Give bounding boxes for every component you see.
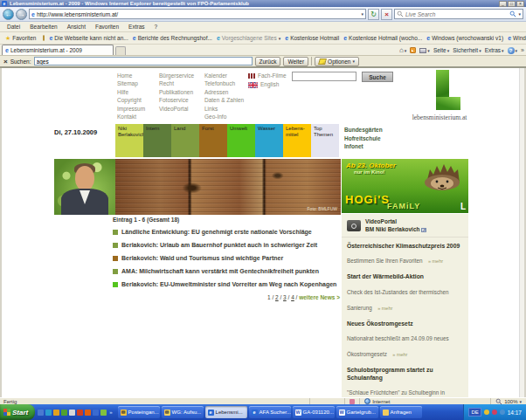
minimize-button[interactable]: _ xyxy=(499,1,507,7)
favorite-link-2[interactable]: eBerichte des Rechnungshof... xyxy=(133,35,212,41)
safety-menu-button[interactable]: Sicherheit▾ xyxy=(453,47,481,53)
task-word-ga[interactable]: WGA-031120... xyxy=(293,406,335,418)
nav-sitemap[interactable]: Sitemap xyxy=(117,79,145,87)
menu-bearbeiten[interactable]: Bearbeiten xyxy=(30,24,57,30)
teaser-waermebild[interactable]: Start der Wärmebild-Aktion Check des Ist… xyxy=(347,273,463,313)
favorite-link-1[interactable]: eDie Webseite kann nicht an... xyxy=(49,35,128,41)
videoportal-block[interactable]: VideoPortal BM Niki Berlakovich ↗ xyxy=(342,214,468,238)
news-item[interactable]: Berlakovich: EU-Umweltminister sind Vorr… xyxy=(113,281,340,289)
favorite-link-suggested-sites[interactable]: eVorgeschlagene Sites▾ xyxy=(217,35,280,41)
page-link-4[interactable]: 4 xyxy=(291,294,294,300)
search-options-icon[interactable]: ▾ xyxy=(518,11,521,17)
menu-favoriten[interactable]: Favoriten xyxy=(95,24,119,30)
task-ie-afa[interactable]: eAFA Sucher... xyxy=(249,406,291,418)
nav-buergerservice[interactable]: Bürgerservice xyxy=(159,72,194,79)
teaser-schulobstprogramm[interactable]: Schulobstprogramm startet zu Schulanfang… xyxy=(347,367,463,397)
tab-wasser[interactable]: Wasser xyxy=(255,124,283,157)
search-go-icon[interactable] xyxy=(509,10,516,17)
find-close-icon[interactable]: × xyxy=(3,58,8,65)
maximize-button[interactable]: □ xyxy=(508,1,516,7)
feed-icon[interactable] xyxy=(410,47,416,53)
tray-icon[interactable] xyxy=(492,410,497,415)
menu-ansicht[interactable]: Ansicht xyxy=(67,24,86,30)
link-infonet[interactable]: Infonet xyxy=(344,142,383,151)
tab-intern[interactable]: Intern xyxy=(143,124,171,157)
close-button[interactable]: × xyxy=(516,1,524,7)
news-item[interactable]: AMA: Milchwirtschaft kann verstärkt mit … xyxy=(113,268,340,276)
lebensministerium-logo[interactable] xyxy=(436,70,460,110)
nav-kalender[interactable]: Kalender xyxy=(204,72,244,79)
quick-launch-overflow-icon[interactable]: » xyxy=(109,410,112,415)
quick-launch-icon[interactable] xyxy=(38,410,44,416)
nav-impressum[interactable]: Impressum xyxy=(117,105,145,113)
scrollbar[interactable] xyxy=(519,68,524,397)
teaser-oekostromgesetz[interactable]: Neues Ökostromgesetz Nationalrat beschli… xyxy=(347,320,463,360)
link-bundesgaerten[interactable]: Bundesgärten xyxy=(344,126,383,134)
page-link-3[interactable]: 3 xyxy=(283,294,287,300)
mehr-link[interactable]: » mehr xyxy=(377,306,392,311)
nav-recht[interactable]: Recht xyxy=(159,79,194,87)
tab-forst[interactable]: Forst xyxy=(199,124,227,157)
task-word-gartelgrub[interactable]: WGartelgrub... xyxy=(336,406,378,418)
tools-menu-button[interactable]: Extras▾ xyxy=(485,47,504,53)
teaser-klimaschutzpreis[interactable]: Österreichischer Klimaschutzpreis 2009 B… xyxy=(347,243,463,266)
find-options-button[interactable]: Optionen ▾ xyxy=(315,57,359,66)
site-search-button[interactable]: Suche xyxy=(362,72,393,82)
nav-daten-zahlen[interactable]: Daten & Zahlen xyxy=(204,96,244,104)
forward-button[interactable]: → xyxy=(16,9,27,20)
news-item[interactable]: Ländliche Entwicklung: EU genehmigt erst… xyxy=(113,229,340,237)
find-back-button[interactable]: Zurück xyxy=(255,57,281,66)
tray-icon[interactable] xyxy=(484,410,489,415)
tab-niki-berlakovich[interactable]: Niki Berlakovich xyxy=(115,124,143,157)
favorite-link-3[interactable]: eKostenlose Hotmail xyxy=(285,35,339,41)
stop-button[interactable]: × xyxy=(381,9,392,20)
nav-links[interactable]: Links xyxy=(204,105,244,113)
nav-adressen[interactable]: Adressen xyxy=(204,88,244,96)
zoom-control[interactable]: 100% ▾ xyxy=(490,398,526,404)
quick-launch-icon[interactable] xyxy=(69,410,75,416)
tab-land[interactable]: Land xyxy=(171,124,199,157)
tab-lebensmittel[interactable]: Lebens- mittel xyxy=(283,124,311,157)
news-item[interactable]: Berlakovich: Urlaub am Bauernhof punktet… xyxy=(113,242,340,250)
more-news-link[interactable]: weitere News > xyxy=(299,294,340,300)
task-folder-anfragen[interactable]: Anfragen xyxy=(380,406,422,418)
quick-launch-icon[interactable] xyxy=(53,410,59,416)
address-dropdown-icon[interactable]: ▾ xyxy=(361,11,363,17)
news-item[interactable]: Berlakovich: Wald und Tourismus sind wic… xyxy=(113,255,340,263)
command-overflow-icon[interactable]: » xyxy=(521,47,524,53)
menu-datei[interactable]: Datei xyxy=(7,24,20,30)
task-ie-lebensministerium[interactable]: eLebensmi... xyxy=(205,406,247,418)
quick-launch-icon[interactable] xyxy=(93,410,99,416)
browser-tab-active[interactable]: e Lebensministerium.at - 2009 xyxy=(2,45,114,55)
tab-umwelt[interactable]: Umwelt xyxy=(227,124,255,157)
nav-fotoservice[interactable]: Fotoservice xyxy=(159,96,194,104)
favorites-button[interactable]: ★ Favoriten xyxy=(3,34,38,43)
nav-videoportal[interactable]: VideoPortal xyxy=(159,105,194,113)
nav-hilfe[interactable]: Hilfe xyxy=(117,88,145,96)
nav-english[interactable]: English xyxy=(248,80,287,89)
mehr-link[interactable]: » mehr xyxy=(392,352,407,357)
find-next-button[interactable]: Weiter xyxy=(283,57,308,66)
page-menu-button[interactable]: Seite▾ xyxy=(433,47,449,53)
nav-fach-filme[interactable]: Fach-Filme xyxy=(248,72,287,80)
add-favorite-icon[interactable] xyxy=(43,35,45,41)
print-button[interactable]: ▾ xyxy=(419,48,430,53)
quick-launch-icon[interactable] xyxy=(77,410,83,416)
nav-geo-info[interactable]: Geo-Info xyxy=(204,113,244,120)
address-input[interactable] xyxy=(37,11,360,17)
start-button[interactable]: Start xyxy=(0,404,35,420)
new-tab-button[interactable] xyxy=(115,46,126,55)
menu-extras[interactable]: Extras xyxy=(128,24,144,30)
menu-hilfe[interactable]: ? xyxy=(155,24,158,30)
page-link-2[interactable]: 2 xyxy=(275,294,279,300)
live-search-input[interactable] xyxy=(405,11,508,17)
back-button[interactable]: ← xyxy=(3,9,14,20)
nav-kontakt[interactable]: Kontakt xyxy=(117,113,145,120)
nav-publikationen[interactable]: Publikationen xyxy=(159,88,194,96)
home-button[interactable]: ⌂▾ xyxy=(399,46,406,54)
favorite-link-6[interactable]: eWindows Media (wrochowan... xyxy=(508,35,526,41)
refresh-button[interactable]: ↻ xyxy=(368,9,379,20)
nav-home[interactable]: Home xyxy=(117,72,145,79)
hogi-cinema-ad[interactable]: Ab 23. Oktober nur im Kino! HOGi'S FAMiL… xyxy=(342,159,468,213)
task-mail-wg[interactable]: ✉WG: Aufsu... xyxy=(162,406,204,418)
